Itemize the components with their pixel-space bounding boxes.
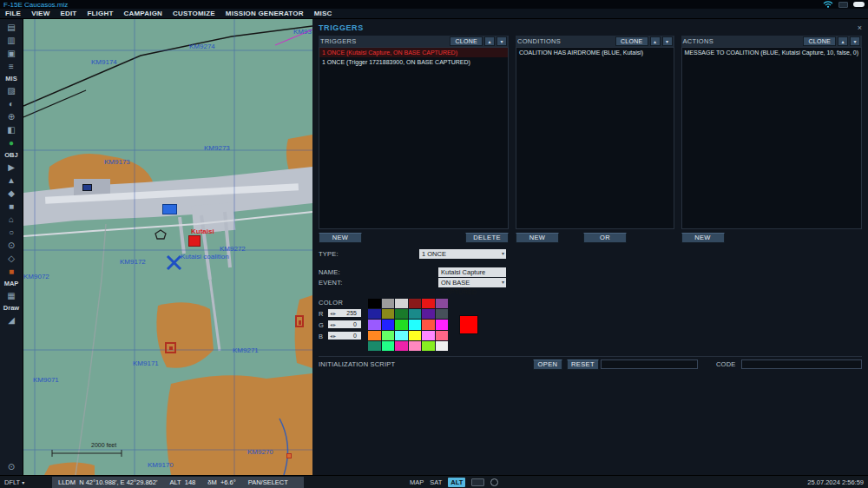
move-condition-down-button[interactable]: ▾ [662, 36, 673, 46]
triggers-icon[interactable]: ⊕ [2, 110, 22, 123]
increment-icon[interactable]: ▸ [333, 333, 336, 339]
draw-tool-icon[interactable]: ◢ [2, 313, 22, 326]
color-swatch[interactable] [368, 320, 381, 329]
color-swatch[interactable] [382, 320, 395, 329]
reset-script-button[interactable]: RESET [567, 359, 599, 370]
helicopter-icon[interactable]: ▲ [2, 174, 22, 187]
script-file-field[interactable] [601, 359, 698, 369]
close-icon[interactable]: × [858, 23, 862, 32]
move-trigger-up-button[interactable]: ▴ [484, 36, 495, 46]
move-action-down-button[interactable]: ▾ [850, 36, 860, 46]
open-script-button[interactable]: OPEN [533, 359, 562, 370]
center-view-icon[interactable]: ⊙ [2, 460, 22, 473]
color-swatch[interactable] [368, 299, 381, 308]
profile-select[interactable]: DFLT ▾ [4, 476, 24, 488]
mission-options-icon[interactable]: ≡ [2, 60, 22, 73]
list-item[interactable]: MESSAGE TO COALITION (BLUE, Kutaisi Capt… [682, 48, 861, 57]
color-swatch[interactable] [368, 309, 381, 319]
increment-icon[interactable]: ▸ [333, 321, 336, 327]
display-icon[interactable] [471, 478, 484, 486]
decrement-icon[interactable]: ◂ [330, 310, 332, 316]
color-swatch[interactable] [395, 341, 408, 351]
event-select[interactable]: ON BASE CAPTURED ▾ [438, 278, 506, 287]
color-swatch[interactable] [382, 341, 395, 351]
clone-condition-button[interactable]: CLONE [615, 36, 648, 46]
clock-icon[interactable] [490, 478, 498, 486]
type-select[interactable]: 1 ONCE ▾ [419, 249, 506, 259]
red-stepper[interactable]: ◂ ▸ 255 [328, 309, 361, 317]
delete-trigger-button[interactable]: DELETE [465, 233, 509, 243]
color-swatch[interactable] [368, 341, 381, 351]
color-swatch[interactable] [422, 331, 435, 340]
map-view[interactable]: KM9374KM9274KM9174KM9273KM9173KM9272KM91… [23, 19, 312, 475]
list-item[interactable]: COALITION HAS AIRDROME (BLUE, Kutaisi) [516, 48, 674, 57]
move-condition-up-button[interactable]: ▴ [650, 36, 661, 46]
color-swatch[interactable] [422, 309, 435, 319]
menu-item-edit[interactable]: EDIT [60, 10, 76, 17]
color-swatch[interactable] [409, 320, 422, 329]
vehicle-icon[interactable]: ■ [2, 200, 22, 213]
color-swatch[interactable] [395, 320, 408, 329]
menu-item-mission-generator[interactable]: MISSION GENERATOR [226, 10, 304, 17]
color-swatch[interactable] [395, 299, 408, 308]
color-swatch[interactable] [368, 331, 381, 340]
map-marker-icon[interactable]: ■ [2, 265, 22, 278]
decrement-icon[interactable]: ◂ [330, 321, 332, 327]
or-condition-button[interactable]: OR [583, 233, 627, 243]
color-swatch[interactable] [422, 320, 435, 329]
new-mission-icon[interactable]: ▤ [2, 21, 22, 34]
briefing-icon[interactable]: ▨ [2, 84, 22, 97]
save-mission-icon[interactable]: ▣ [2, 47, 22, 60]
name-field[interactable] [438, 267, 506, 277]
weather-icon[interactable]: ◐ [2, 97, 22, 110]
clone-action-button[interactable]: CLONE [803, 36, 836, 46]
airplane-icon[interactable]: ▶ [2, 161, 22, 174]
action-list[interactable]: MESSAGE TO COALITION (BLUE, Kutaisi Capt… [681, 47, 862, 229]
condition-list[interactable]: COALITION HAS AIRDROME (BLUE, Kutaisi) [516, 47, 674, 229]
color-swatch[interactable] [422, 341, 435, 351]
move-trigger-down-button[interactable]: ▾ [496, 36, 507, 46]
trigger-zone-icon[interactable]: ○ [2, 226, 22, 239]
menu-item-file[interactable]: FILE [5, 10, 21, 17]
color-swatch[interactable] [382, 299, 395, 308]
menu-item-misc[interactable]: MISC [314, 10, 332, 17]
color-swatch[interactable] [436, 299, 449, 308]
color-swatch[interactable] [436, 320, 449, 329]
color-swatch[interactable] [422, 299, 435, 308]
new-trigger-button[interactable]: NEW [319, 233, 362, 243]
trigger-list[interactable]: 1 ONCE (Kutaisi Capture, ON BASE CAPTURE… [319, 47, 509, 229]
menu-item-view[interactable]: VIEW [31, 10, 49, 17]
decrement-icon[interactable]: ◂ [330, 333, 332, 339]
color-swatch[interactable] [409, 299, 422, 308]
mission-status-icon[interactable]: ● [2, 136, 22, 149]
script-code-field[interactable] [741, 359, 862, 369]
list-item[interactable]: 1 ONCE (Trigger 1721883900, ON BASE CAPT… [319, 57, 508, 67]
map-toggle-button[interactable]: MAP [410, 478, 424, 486]
color-swatch[interactable] [409, 309, 422, 319]
layers-icon[interactable]: ▦ [2, 289, 22, 302]
blue-stepper[interactable]: ◂ ▸ 0 [328, 332, 361, 340]
increment-icon[interactable]: ▸ [333, 310, 336, 316]
green-stepper[interactable]: ◂ ▸ 0 [328, 320, 361, 328]
new-condition-button[interactable]: NEW [516, 233, 559, 243]
template-icon[interactable]: ◇ [2, 252, 22, 265]
alt-toggle-button[interactable]: ALT [448, 478, 465, 487]
clone-trigger-button[interactable]: CLONE [450, 36, 483, 46]
new-action-button[interactable]: NEW [681, 233, 725, 243]
menu-item-customize[interactable]: CUSTOMIZE [173, 10, 215, 17]
ship-icon[interactable]: ◆ [2, 187, 22, 200]
color-swatch[interactable] [436, 331, 449, 340]
menu-item-campaign[interactable]: CAMPAIGN [124, 10, 163, 17]
open-mission-icon[interactable]: ▥ [2, 34, 22, 47]
color-swatch[interactable] [382, 331, 395, 340]
move-action-up-button[interactable]: ▴ [838, 36, 848, 46]
color-swatch[interactable] [436, 341, 449, 351]
color-swatch[interactable] [395, 331, 408, 340]
sat-toggle-button[interactable]: SAT [430, 478, 442, 486]
menu-item-flight[interactable]: FLIGHT [87, 10, 113, 17]
static-object-icon[interactable]: ⌂ [2, 213, 22, 226]
color-swatch[interactable] [409, 341, 422, 351]
rules-icon[interactable]: ◧ [2, 123, 22, 136]
color-swatch[interactable] [436, 309, 449, 319]
list-item[interactable]: 1 ONCE (Kutaisi Capture, ON BASE CAPTURE… [319, 48, 508, 57]
